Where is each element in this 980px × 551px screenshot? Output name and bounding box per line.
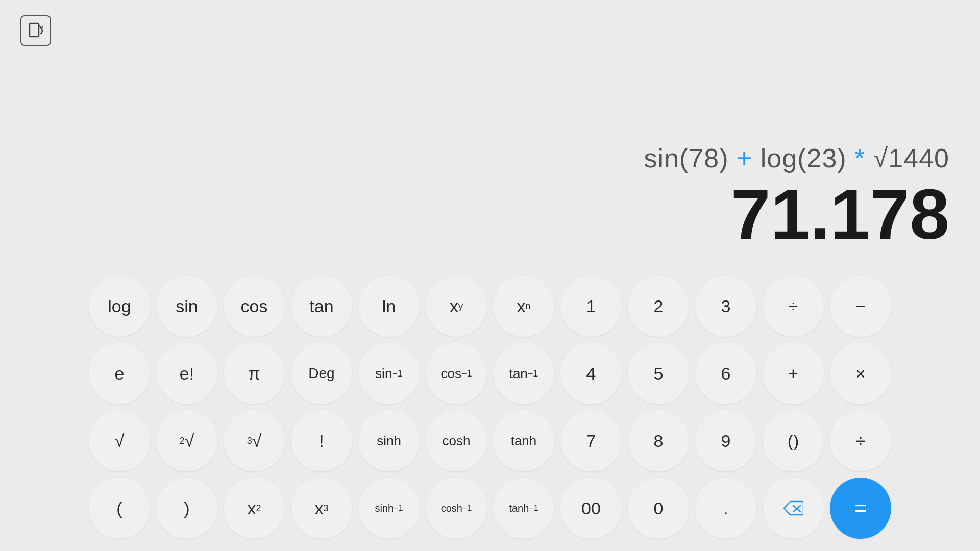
sin-btn[interactable]: sin bbox=[156, 276, 217, 337]
divide-icon-btn[interactable]: ÷ bbox=[763, 276, 824, 337]
lparen-btn[interactable]: ( bbox=[89, 478, 150, 539]
two-btn[interactable]: 2 bbox=[628, 276, 689, 337]
plus-btn[interactable]: + bbox=[763, 343, 824, 404]
multiply-btn[interactable]: × bbox=[830, 343, 891, 404]
doublezero-btn[interactable]: 00 bbox=[560, 478, 622, 539]
tanh-btn[interactable]: tanh bbox=[493, 410, 554, 471]
nine-btn[interactable]: 9 bbox=[695, 410, 756, 471]
xy-btn[interactable]: xy bbox=[426, 276, 487, 337]
parens-btn[interactable]: () bbox=[763, 410, 824, 471]
three-btn[interactable]: 3 bbox=[695, 276, 756, 337]
expr-log: log(23) bbox=[761, 143, 854, 173]
key-row-1: ee!πDegsin−1cos−1tan−1456+× bbox=[12, 343, 968, 404]
one-btn[interactable]: 1 bbox=[560, 276, 622, 337]
dot-btn[interactable]: . bbox=[695, 478, 756, 539]
xcube-btn[interactable]: x3 bbox=[291, 478, 352, 539]
four-btn[interactable]: 4 bbox=[560, 343, 622, 404]
xsq-btn[interactable]: x2 bbox=[224, 478, 285, 539]
atanh-btn[interactable]: tanh−1 bbox=[493, 478, 554, 539]
rotate-icon[interactable] bbox=[20, 15, 51, 46]
backspace-btn[interactable] bbox=[763, 478, 824, 539]
zero-btn[interactable]: 0 bbox=[628, 478, 689, 539]
pi-btn[interactable]: π bbox=[224, 343, 285, 404]
factorial-btn[interactable]: ! bbox=[291, 410, 352, 471]
ln-btn[interactable]: ln bbox=[358, 276, 420, 337]
divide-btn[interactable]: ÷ bbox=[830, 410, 891, 471]
xn-btn[interactable]: xn bbox=[493, 276, 554, 337]
tan-btn[interactable]: tan bbox=[291, 276, 352, 337]
eight-btn[interactable]: 8 bbox=[628, 410, 689, 471]
key-row-3: ()x2x3sinh−1cosh−1tanh−1000. = bbox=[12, 478, 968, 539]
efact-btn[interactable]: e! bbox=[156, 343, 217, 404]
key-row-0: logsincostanlnxyxn123÷− bbox=[12, 276, 968, 337]
result-display: 71.178 bbox=[731, 179, 949, 250]
deg-btn[interactable]: Deg bbox=[291, 343, 352, 404]
expr-times: * bbox=[854, 143, 873, 173]
expr-plus: + bbox=[737, 143, 761, 173]
minus-btn[interactable]: − bbox=[830, 276, 891, 337]
e-btn[interactable]: e bbox=[89, 343, 150, 404]
five-btn[interactable]: 5 bbox=[628, 343, 689, 404]
cosh-btn[interactable]: cosh bbox=[426, 410, 487, 471]
six-btn[interactable]: 6 bbox=[695, 343, 756, 404]
sinh-btn[interactable]: sinh bbox=[358, 410, 420, 471]
key-row-2: √2√3√!sinhcoshtanh789()÷ bbox=[12, 410, 968, 471]
atan-btn[interactable]: tan−1 bbox=[493, 343, 554, 404]
sqrt-btn[interactable]: √ bbox=[89, 410, 150, 471]
log-btn[interactable]: log bbox=[89, 276, 150, 337]
cos-btn[interactable]: cos bbox=[224, 276, 285, 337]
expr-sqrt: √1440 bbox=[873, 143, 949, 173]
display-area: sin(78) + log(23) * √1440 71.178 bbox=[0, 0, 980, 265]
keypad: logsincostanlnxyxn123÷−ee!πDegsin−1cos−1… bbox=[0, 265, 980, 551]
sqrt2-btn[interactable]: 2√ bbox=[156, 410, 217, 471]
expr-sin: sin(78) bbox=[644, 143, 737, 173]
asinh-btn[interactable]: sinh−1 bbox=[358, 478, 420, 539]
svg-rect-0 bbox=[30, 23, 39, 37]
rparen-btn[interactable]: ) bbox=[156, 478, 217, 539]
expression-display: sin(78) + log(23) * √1440 bbox=[644, 143, 949, 173]
equals-btn[interactable]: = bbox=[830, 478, 891, 539]
acos-btn[interactable]: cos−1 bbox=[426, 343, 487, 404]
asin-btn[interactable]: sin−1 bbox=[358, 343, 420, 404]
sqrt3-btn[interactable]: 3√ bbox=[224, 410, 285, 471]
seven-btn[interactable]: 7 bbox=[560, 410, 622, 471]
acosh-btn[interactable]: cosh−1 bbox=[426, 478, 487, 539]
